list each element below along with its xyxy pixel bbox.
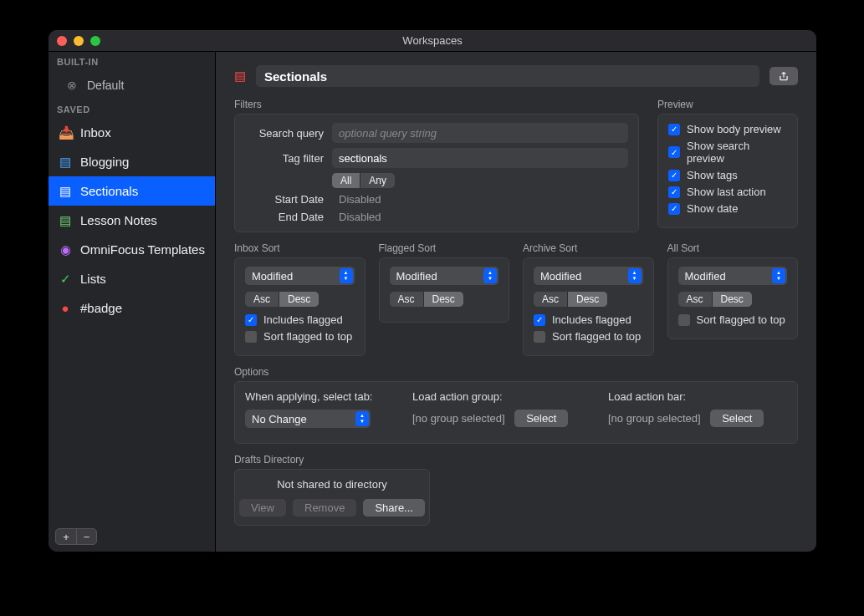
sidebar-header-saved: SAVED — [49, 99, 215, 118]
sidebar-item-lists[interactable]: ✓Lists — [49, 264, 215, 293]
preview-checkbox-1[interactable]: ✓Show search preview — [668, 140, 787, 165]
tag-scope-any-button[interactable]: Any — [360, 173, 395, 188]
preview-checkbox-0[interactable]: ✓Show body preview — [668, 123, 787, 135]
sidebar-item-default[interactable]: ⊗ Default — [49, 70, 215, 99]
sidebar-item-blogging[interactable]: ▤Blogging — [49, 147, 215, 176]
action-group-select-button[interactable]: Select — [514, 410, 568, 427]
sidebar-header-builtin: BUILT-IN — [49, 52, 215, 70]
inbox-sort-popup[interactable]: Modified ▲▼ — [245, 267, 355, 285]
tag-filter-input[interactable] — [332, 148, 628, 168]
inbox-sort-desc[interactable]: Desc — [279, 292, 319, 307]
drafts-directory-title: Drafts Directory — [234, 454, 798, 466]
sidebar-item-label: Inbox — [80, 125, 111, 140]
workspace-name-input[interactable] — [256, 65, 759, 87]
search-query-label: Search query — [245, 127, 332, 140]
page-icon: ▤ — [59, 213, 72, 228]
checkbox-icon — [534, 331, 545, 343]
inbox-sort-flagged-top-checkbox[interactable]: Sort flagged to top — [245, 330, 355, 343]
drafts-view-button[interactable]: View — [239, 499, 286, 517]
checkmark-icon: ✓ — [668, 146, 680, 158]
start-date-value[interactable]: Disabled — [332, 193, 381, 206]
flagged-sort-box: Modified ▲▼ Asc Desc — [379, 257, 510, 323]
checkmark-icon: ✓ — [668, 124, 680, 135]
flagged-sort-popup[interactable]: Modified ▲▼ — [390, 267, 499, 285]
archive-sort-asc[interactable]: Asc — [534, 292, 567, 307]
sidebar-item-label: Blogging — [80, 155, 129, 169]
checkmark-icon: ✓ — [668, 186, 680, 198]
remove-workspace-button[interactable]: − — [76, 529, 96, 544]
updown-icon: ▲▼ — [628, 268, 642, 283]
workspace-icon: ▤ — [234, 69, 246, 84]
main-panel: ▤ Filters Search query Tag f — [216, 52, 816, 552]
circle-x-icon: ⊗ — [65, 79, 79, 92]
sidebar-item-label: OmniFocus Templates — [80, 242, 205, 257]
dot-icon: ● — [59, 301, 72, 315]
sidebar-item-lesson-notes[interactable]: ▤Lesson Notes — [49, 206, 215, 235]
archive-sort-desc[interactable]: Desc — [567, 292, 607, 307]
preview-checkbox-4[interactable]: ✓Show date — [668, 202, 787, 215]
preview-checkbox-3[interactable]: ✓Show last action — [668, 186, 787, 198]
preview-checkbox-label: Show date — [687, 202, 738, 215]
all-sort-popup[interactable]: Modified ▲▼ — [678, 267, 788, 285]
all-sort-desc[interactable]: Desc — [712, 292, 752, 307]
tag-scope-all-button[interactable]: All — [332, 173, 360, 188]
sidebar-item-sectionals[interactable]: ▤Sectionals — [49, 176, 215, 206]
action-bar-select-button[interactable]: Select — [710, 410, 764, 427]
preview-checkbox-label: Show search preview — [687, 140, 787, 165]
drafts-remove-button[interactable]: Remove — [293, 499, 356, 517]
archive-sort-popup[interactable]: Modified ▲▼ — [534, 267, 643, 285]
inbox-sort-asc[interactable]: Asc — [245, 292, 279, 307]
checkbox-icon — [678, 314, 690, 326]
inbox-icon: 📥 — [59, 125, 72, 140]
action-bar-value: [no group selected] — [608, 412, 701, 425]
end-date-label: End Date — [245, 211, 332, 223]
window-title: Workspaces — [49, 34, 816, 47]
updown-icon: ▲▼ — [355, 411, 369, 426]
share-icon — [778, 70, 790, 82]
filters-title: Filters — [234, 99, 639, 110]
filters-box: Search query Tag filter All Any — [234, 114, 639, 232]
add-remove-segment: + − — [55, 528, 97, 545]
checkmark-icon: ✓ — [245, 314, 257, 326]
preview-checkbox-2[interactable]: ✓Show tags — [668, 169, 787, 181]
search-query-input[interactable] — [332, 123, 628, 143]
options-box: When applying, select tab: No Change ▲▼ … — [234, 381, 798, 444]
preview-box: ✓Show body preview✓Show search preview✓S… — [657, 114, 798, 228]
select-tab-popup[interactable]: No Change ▲▼ — [245, 410, 371, 428]
flagged-sort-desc[interactable]: Desc — [423, 292, 463, 307]
tag-scope-segment: All Any — [332, 173, 395, 188]
checkmark-icon: ✓ — [534, 314, 545, 326]
start-date-label: Start Date — [245, 193, 332, 206]
all-sort-title: All Sort — [667, 242, 799, 254]
inbox-sort-dir: Asc Desc — [245, 292, 319, 307]
all-sort-box: Modified ▲▼ Asc Desc Sort flagged to top — [667, 257, 799, 339]
titlebar: Workspaces — [49, 30, 816, 52]
sidebar-item-omnifocus-templates[interactable]: ◉OmniFocus Templates — [49, 235, 215, 264]
inbox-includes-flagged-checkbox[interactable]: ✓ Includes flagged — [245, 313, 355, 326]
archive-sort-title: Archive Sort — [523, 242, 654, 254]
sidebar-footer: + − — [49, 522, 215, 552]
share-button[interactable] — [769, 67, 798, 85]
options-title: Options — [234, 366, 798, 378]
all-sort-asc[interactable]: Asc — [678, 292, 712, 307]
sidebar-item-label: Lists — [80, 272, 106, 286]
inbox-sort-title: Inbox Sort — [234, 242, 366, 254]
drafts-directory-box: Not shared to directory View Remove Shar… — [234, 469, 430, 526]
preview-checkbox-label: Show last action — [687, 186, 766, 198]
archive-includes-flagged-checkbox[interactable]: ✓ Includes flagged — [534, 313, 643, 326]
all-sort-flagged-top-checkbox[interactable]: Sort flagged to top — [678, 313, 788, 326]
preview-checkbox-label: Show tags — [687, 169, 738, 181]
sidebar-item-inbox[interactable]: 📥Inbox — [49, 118, 215, 147]
sidebar-item--badge[interactable]: ●#badge — [49, 293, 215, 323]
add-workspace-button[interactable]: + — [56, 529, 76, 544]
flagged-sort-dir: Asc Desc — [390, 292, 463, 307]
flagged-sort-asc[interactable]: Asc — [390, 292, 423, 307]
updown-icon: ▲▼ — [772, 268, 785, 283]
end-date-value[interactable]: Disabled — [332, 211, 381, 223]
drafts-share-button[interactable]: Share... — [363, 499, 425, 517]
sidebar: BUILT-IN ⊗ Default SAVED 📥Inbox▤Blogging… — [49, 52, 216, 552]
archive-sort-flagged-top-checkbox[interactable]: Sort flagged to top — [534, 330, 643, 343]
sidebar-item-label: #badge — [80, 301, 122, 315]
action-group-value: [no group selected] — [412, 412, 505, 425]
sidebar-item-label: Sectionals — [80, 184, 138, 198]
